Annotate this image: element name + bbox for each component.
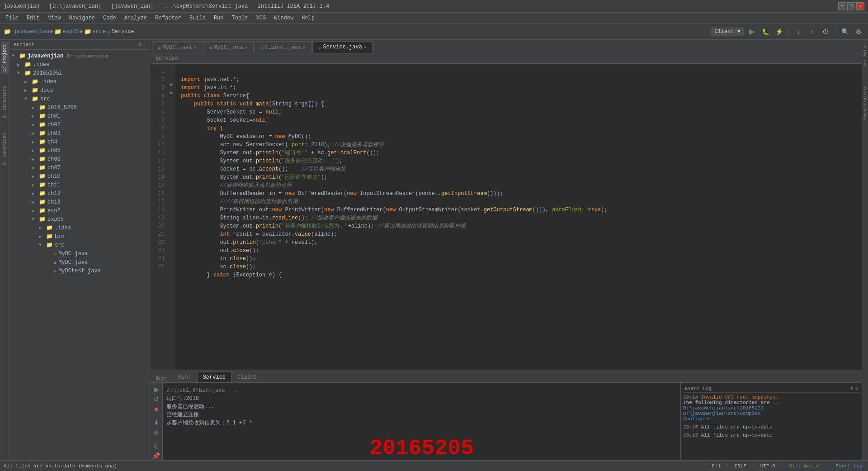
run-play-button[interactable]: ▶ bbox=[151, 385, 161, 394]
run-output: D:\jdk1.8\bin\java ... 端口号:2018 服务器已经启动.… bbox=[163, 383, 681, 460]
tree-idea2[interactable]: ▶ 📁 .idea bbox=[10, 77, 150, 86]
tree-bin[interactable]: ▶ 📁 bin bbox=[10, 232, 150, 241]
configure-link-1[interactable]: Configure bbox=[683, 416, 710, 422]
run-pin-button[interactable]: 📌 bbox=[151, 451, 161, 460]
tab-service-close[interactable]: ✕ bbox=[364, 44, 367, 50]
bottom-tab-client[interactable]: Client bbox=[231, 371, 263, 382]
menu-vcs[interactable]: VCS bbox=[253, 14, 270, 22]
menu-run[interactable]: Run bbox=[210, 14, 227, 22]
tree-ch05[interactable]: ▶ 📁 ch05 bbox=[10, 146, 150, 155]
breadcrumb-exp05[interactable]: exp05 bbox=[62, 29, 79, 35]
menu-edit[interactable]: Edit bbox=[23, 14, 43, 22]
run-line-1: D:\jdk1.8\bin\java ... bbox=[166, 386, 677, 395]
bottom-tab-service[interactable]: Service bbox=[197, 371, 231, 382]
event-log-panel: Event Log ⚙ ✕ 20:14 Invalid VCS root map… bbox=[681, 383, 862, 460]
tree-ch13[interactable]: ▶ 📁 ch13 bbox=[10, 198, 150, 206]
code-content[interactable]: import java.net.*; import java.io.*; pub… bbox=[175, 64, 862, 370]
bottom-tab-run[interactable]: Run: bbox=[172, 371, 197, 382]
event-entry-1: 20:14 Invalid VCS root mappings: The fol… bbox=[683, 395, 860, 422]
debug-button[interactable]: 🐛 bbox=[760, 26, 771, 38]
tree-src1[interactable]: ▼ 📁 src bbox=[10, 95, 150, 103]
run-rerun-button[interactable]: ↺ bbox=[151, 395, 161, 404]
run-arrow-icon[interactable]: ▶ bbox=[170, 81, 174, 87]
menu-navigate[interactable]: Navigate bbox=[65, 14, 99, 22]
tree-src2[interactable]: ▼ 📁 src bbox=[10, 241, 150, 249]
run-stop-button[interactable]: ■ bbox=[151, 404, 161, 414]
tree-docs[interactable]: ▶ 📁 docs bbox=[10, 86, 150, 95]
tab-service[interactable]: ☕ Service.java ✕ bbox=[312, 41, 373, 53]
run-line-4: 已经建立连接 bbox=[166, 411, 677, 419]
file-label-text: Service bbox=[156, 55, 178, 62]
tree-ch07[interactable]: ▶ 📁 ch07 bbox=[10, 163, 150, 172]
menu-file[interactable]: File bbox=[2, 14, 22, 22]
menu-analyze[interactable]: Analyze bbox=[121, 14, 151, 22]
run-button[interactable]: ▶ bbox=[746, 26, 758, 38]
run-scroll-end-button[interactable]: ⬇ bbox=[151, 418, 161, 427]
vcs-history-button[interactable]: ⏱ bbox=[820, 26, 831, 38]
run-arrow-icon2[interactable]: ▶ bbox=[170, 90, 174, 95]
code-editor[interactable]: 1 2 3 4 5 6 7 8 9 10 11 12 13 14 15 16 1… bbox=[150, 64, 862, 370]
tree-ch10[interactable]: ▶ 📁 ch10 bbox=[10, 172, 150, 181]
tree-ch11[interactable]: ▶ 📁 ch11 bbox=[10, 181, 150, 189]
favorites-tab[interactable]: 2: Favorites bbox=[1, 130, 9, 168]
tree-exp2[interactable]: ▶ 📁 exp2 bbox=[10, 206, 150, 215]
tree-mydc[interactable]: ▶ ☕ MyDC.java bbox=[10, 258, 150, 266]
search-button[interactable]: 🔍 bbox=[839, 26, 851, 38]
maven-projects-tab[interactable]: Maven Projects bbox=[862, 83, 868, 123]
tree-ch12[interactable]: ▶ 📁 ch12 bbox=[10, 189, 150, 198]
breadcrumb-root[interactable]: javawenjian bbox=[14, 29, 49, 35]
tree-20165205[interactable]: ▼ 📁 20165205l bbox=[10, 69, 150, 77]
breadcrumb-service[interactable]: Service bbox=[111, 29, 134, 35]
menu-help[interactable]: Help bbox=[298, 14, 318, 22]
event-log-link[interactable]: Event Log bbox=[834, 463, 864, 469]
menu-code[interactable]: Code bbox=[99, 14, 120, 22]
run-clear-button[interactable]: 🗑 bbox=[151, 441, 161, 450]
git-branch[interactable]: Git: master bbox=[787, 463, 824, 469]
tab-client-close[interactable]: ✕ bbox=[303, 45, 306, 50]
tree-ch02[interactable]: ▶ 📁 ch02 bbox=[10, 120, 150, 129]
run-settings-button[interactable]: ⚙ bbox=[151, 428, 161, 437]
tree-ch06[interactable]: ▶ 📁 ch06 bbox=[10, 155, 150, 163]
tree-root[interactable]: ▼ 📁 javawenjian D:\javawenjian bbox=[10, 52, 150, 60]
ant-build-tab[interactable]: Ant Build bbox=[862, 42, 868, 69]
project-header-label: Project bbox=[14, 42, 34, 48]
tree-exp05[interactable]: ▼ 📁 exp05 bbox=[10, 215, 150, 224]
tab-mydc[interactable]: ☕ MyDC.java ✕ bbox=[203, 41, 253, 53]
tree-mydctest[interactable]: ▶ ☕ MyDCtest.java bbox=[10, 266, 150, 275]
minimize-button[interactable]: ─ bbox=[838, 2, 846, 10]
menu-window[interactable]: Window bbox=[270, 14, 297, 22]
project-collapse-icon[interactable]: − bbox=[143, 42, 146, 48]
event-log-close-icon[interactable]: ✕ bbox=[855, 385, 858, 391]
maximize-button[interactable]: □ bbox=[847, 2, 855, 10]
vcs-push-button[interactable]: ↑ bbox=[806, 26, 818, 38]
menu-build[interactable]: Build bbox=[186, 14, 209, 22]
menu-tools[interactable]: Tools bbox=[228, 14, 252, 22]
run-config-dropdown[interactable]: Client ▼ bbox=[711, 28, 744, 36]
tree-idea3[interactable]: ▶ 📁 .idea bbox=[10, 224, 150, 232]
tree-2016-5205[interactable]: ▶ 📁 2016_5205 bbox=[10, 103, 150, 112]
tab-client[interactable]: ☕ Client.java ✕ bbox=[255, 41, 311, 53]
line-ending[interactable]: CRLF bbox=[733, 463, 748, 469]
file-encoding[interactable]: UTF-8 bbox=[759, 463, 777, 469]
tree-idea1[interactable]: ▶ 📁 .idea bbox=[10, 60, 150, 69]
event-log-settings-icon[interactable]: ⚙ bbox=[850, 385, 854, 391]
menu-view[interactable]: View bbox=[44, 14, 65, 22]
cursor-position[interactable]: 8:1 bbox=[710, 463, 722, 469]
tree-ch03[interactable]: ▶ 📁 ch03 bbox=[10, 129, 150, 138]
vcs-update-button[interactable]: ↓ bbox=[793, 26, 804, 38]
settings-button[interactable]: ⚙ bbox=[853, 26, 864, 38]
event-log-header: Event Log ⚙ ✕ bbox=[683, 385, 860, 393]
tab-mybc[interactable]: ☕ MyBC.java ✕ bbox=[152, 41, 202, 53]
tree-mybc[interactable]: ▶ ☕ MyBC.java bbox=[10, 249, 150, 258]
breadcrumb-src[interactable]: src bbox=[92, 29, 102, 35]
menu-refactor[interactable]: Refactor bbox=[151, 14, 185, 22]
tree-ch4[interactable]: ▶ 📁 ch4 bbox=[10, 138, 150, 146]
project-tab[interactable]: 1: Project bbox=[1, 42, 9, 74]
close-button[interactable]: ✕ bbox=[856, 2, 864, 10]
structure-tab[interactable]: 2: Structure bbox=[1, 83, 9, 121]
tree-ch01[interactable]: ▶ 📁 ch01 bbox=[10, 112, 150, 120]
coverage-button[interactable]: ⚡ bbox=[773, 26, 785, 38]
tab-mydc-close[interactable]: ✕ bbox=[245, 45, 248, 50]
tab-mybc-close[interactable]: ✕ bbox=[193, 45, 196, 50]
project-settings-icon[interactable]: ⚙ bbox=[138, 42, 142, 48]
